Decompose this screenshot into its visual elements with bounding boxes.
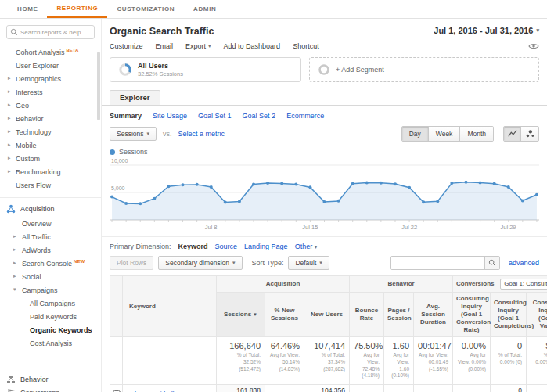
advanced-search-link[interactable]: advanced [509, 259, 539, 267]
chevron-right-icon: ▸ [8, 75, 11, 81]
chevron-right-icon: ▸ [8, 128, 11, 135]
shortcut-button[interactable]: Shortcut [293, 42, 319, 50]
granularity-month-button[interactable]: Month [460, 127, 493, 141]
nav-reporting[interactable]: REPORTING [47, 0, 107, 18]
sidebar-item-behavior[interactable]: ▸Behavior [0, 112, 101, 125]
granularity-day-button[interactable]: Day [402, 127, 429, 141]
sidebar-item-custom[interactable]: ▸Custom [0, 152, 101, 165]
column-header-pages-session[interactable]: Pages / Session [384, 293, 414, 337]
subtab-goal-set-2[interactable]: Goal Set 2 [243, 112, 276, 120]
sidebar-item-label: Mobile [16, 142, 37, 149]
summary-goal-value: $0.00% of Total: 0.00% ($0.00) [527, 337, 547, 385]
sidebar-section-conversions[interactable]: Conversions [0, 386, 101, 392]
sidebar-item-label: Demographics [16, 75, 61, 83]
sidebar-item-label: Cost Analysis [30, 340, 72, 347]
top-navigation: HOME REPORTING CUSTOMIZATION ADMIN [0, 0, 547, 19]
secondary-dimension-button[interactable]: Secondary dimension▾ [158, 256, 242, 270]
search-icon [488, 259, 496, 267]
sidebar-item-benchmarking[interactable]: ▸Benchmarking [0, 165, 101, 178]
goal-selector[interactable]: Goal 1: Consulting I▾ [500, 279, 547, 290]
dimension-keyword[interactable]: Keyword [178, 243, 208, 250]
conversions-icon [6, 388, 16, 392]
sidebar-item-label: All Traffic [22, 233, 51, 241]
subtab-goal-set-1[interactable]: Goal Set 1 [198, 112, 232, 120]
group-header-behavior: Behavior [350, 276, 453, 293]
export-label: Export [185, 42, 206, 50]
chevron-right-icon: ▸ [8, 155, 11, 161]
table-search-button[interactable] [484, 257, 499, 269]
sidebar-item-label: Interests [16, 88, 43, 96]
granularity-group: Day Week Month [401, 126, 494, 142]
column-header-session-duration[interactable]: Avg. Session Duration [414, 293, 453, 337]
sidebar-item-social[interactable]: ▸Social [0, 270, 101, 283]
sessions-line-chart[interactable] [110, 159, 539, 223]
customize-button[interactable]: Customize [110, 42, 143, 50]
column-header-goal-completions[interactable]: Consulting Inquiry (Goal 1 Completions) [491, 293, 527, 337]
motion-chart-view-button[interactable] [521, 127, 538, 141]
sidebar-item-interests[interactable]: ▸Interests [0, 85, 101, 99]
dimension-other[interactable]: Other ▾ [295, 243, 318, 250]
sidebar-item-technology[interactable]: ▸Technology [0, 125, 101, 138]
sidebar-scrollbar[interactable] [97, 52, 100, 120]
sidebar-item-demographics[interactable]: ▸Demographics [0, 72, 101, 85]
column-header-new-users[interactable]: New Users [304, 293, 350, 337]
nav-admin[interactable]: ADMIN [184, 0, 225, 18]
sidebar-item-all-campaigns[interactable]: All Campaigns [0, 297, 101, 310]
subtab-summary[interactable]: Summary [110, 112, 142, 120]
sidebar-item-search-console[interactable]: ▸Search ConsoleNEW [0, 257, 101, 270]
column-header-bounce-rate[interactable]: Bounce Rate [350, 293, 384, 337]
plot-rows-button[interactable]: Plot Rows [110, 256, 153, 270]
email-button[interactable]: Email [156, 42, 174, 50]
column-header-new-sessions[interactable]: % New Sessions [265, 293, 304, 337]
chart-type-group [503, 126, 539, 142]
dimension-source[interactable]: Source [215, 243, 238, 250]
column-header-sessions[interactable]: Sessions▼ [217, 293, 265, 337]
sidebar-item-users-flow[interactable]: Users Flow [0, 178, 101, 192]
subtab-site-usage[interactable]: Site Usage [153, 112, 187, 120]
sidebar-item-geo[interactable]: ▸Geo [0, 99, 101, 112]
visibility-icon[interactable] [528, 42, 539, 50]
date-range-selector[interactable]: Jul 1, 2016 - Jul 31, 2016 ▾ [434, 26, 539, 35]
sidebar-item-cohort-analysis[interactable]: Cohort AnalysisBETA [0, 45, 101, 59]
summary-session-duration: 00:01:47Avg for View: 00:01:49 (-1.65%) [414, 337, 453, 385]
subtab-ecommerce[interactable]: Ecommerce [286, 112, 324, 120]
sidebar-item-paid-keywords[interactable]: Paid Keywords [0, 310, 101, 323]
select-metric-link[interactable]: Select a metric [178, 130, 225, 138]
sidebar-item-campaigns[interactable]: ▾Campaigns [0, 283, 101, 297]
column-header-keyword[interactable]: Keyword [123, 276, 217, 337]
sidebar-search-input[interactable] [20, 29, 91, 36]
sidebar-item-label: Campaigns [22, 286, 58, 294]
sidebar-item-organic-keywords[interactable]: Organic Keywords [0, 323, 101, 336]
sidebar-section-label: Acquisition [20, 205, 55, 213]
sidebar-item-label: Custom [16, 155, 40, 163]
sidebar-section-acquisition[interactable]: Acquisition [0, 201, 101, 217]
nav-home[interactable]: HOME [8, 0, 47, 18]
line-chart-view-button[interactable] [504, 127, 521, 141]
metric-selector[interactable]: Sessions▾ [110, 127, 157, 141]
segment-all-users[interactable]: All Users 32.52% Sessions [110, 57, 301, 82]
dimension-landing-page[interactable]: Landing Page [244, 243, 288, 250]
nav-customization[interactable]: CUSTOMIZATION [107, 0, 184, 18]
secondary-dimension-label: Secondary dimension [165, 259, 229, 267]
line-chart-icon [508, 129, 517, 138]
sidebar-item-adwords[interactable]: ▸AdWords [0, 243, 101, 257]
export-button[interactable]: Export▾ [185, 42, 211, 50]
sidebar-item-user-explorer[interactable]: User Explorer [0, 59, 101, 72]
sidebar-item-overview[interactable]: Overview [0, 217, 101, 230]
granularity-week-button[interactable]: Week [429, 127, 461, 141]
tab-explorer[interactable]: Explorer [110, 90, 160, 105]
sidebar-item-all-traffic[interactable]: ▸All Traffic [0, 230, 101, 243]
add-segment-button[interactable]: + Add Segment [309, 57, 539, 82]
sort-type-button[interactable]: Default▾ [288, 256, 329, 270]
sidebar-search[interactable] [6, 25, 95, 39]
chevron-right-icon: ▸ [8, 142, 11, 148]
sidebar-item-mobile[interactable]: ▸Mobile [0, 138, 101, 152]
sidebar-section-behavior[interactable]: Behavior [0, 372, 101, 386]
column-header-goal-conversion-rate[interactable]: Consulting Inquiry (Goal 1 Conversion Ra… [453, 293, 491, 337]
chevron-right-icon: ▸ [8, 102, 11, 108]
add-to-dashboard-button[interactable]: Add to Dashboard [224, 42, 281, 50]
segment-subtitle: 32.52% Sessions [138, 70, 183, 77]
table-search-input[interactable] [391, 257, 484, 269]
table-search [390, 256, 500, 270]
sidebar-item-cost-analysis[interactable]: Cost Analysis [0, 336, 101, 350]
